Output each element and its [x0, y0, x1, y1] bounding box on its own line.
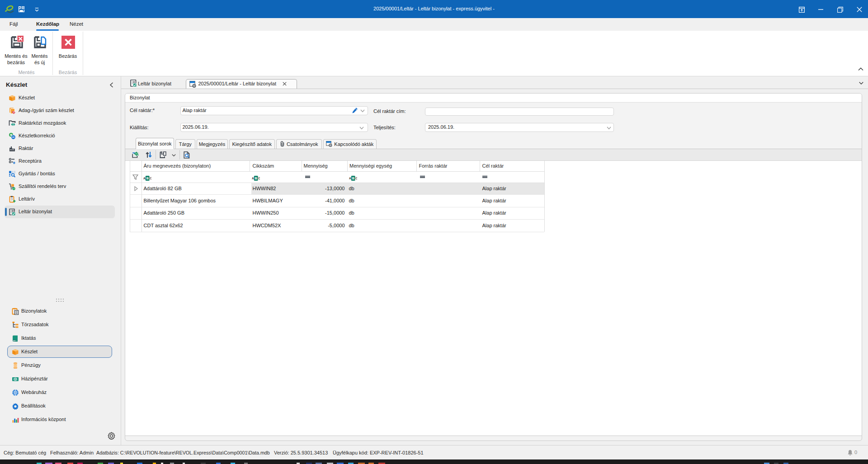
svg-text:B: B [146, 177, 148, 180]
svg-text:?: ? [13, 187, 14, 190]
svg-text:A: A [252, 177, 254, 180]
svg-text:C: C [355, 177, 357, 180]
svg-text:?: ? [11, 198, 13, 201]
svg-text:A: A [349, 177, 351, 180]
svg-text:B: B [352, 177, 354, 180]
svg-text:A: A [143, 177, 146, 180]
svg-text:B: B [255, 177, 257, 180]
svg-text:C: C [150, 177, 151, 180]
svg-text:C: C [258, 177, 260, 180]
